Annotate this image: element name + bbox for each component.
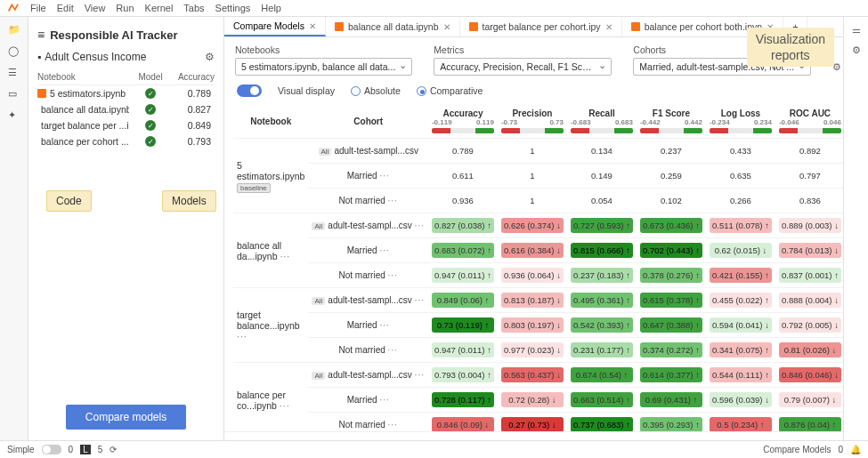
compare-models-button[interactable]: Compare models (66, 405, 186, 430)
notebooks-dropdown[interactable]: 5 estimators.ipynb, balance all data... (235, 58, 412, 76)
close-icon[interactable]: ✕ (605, 22, 612, 32)
bell-icon[interactable]: 🔔 (850, 445, 861, 454)
folder-icon[interactable]: 📁 (8, 24, 20, 36)
metric-cell: 0.5 (0.234) ↑ (706, 413, 775, 432)
tab[interactable]: Compare Models✕ (224, 17, 326, 36)
menu-settings[interactable]: Settings (215, 3, 251, 13)
panel-title: ≡ Responsible AI Tracker (37, 28, 215, 42)
notebook-row[interactable]: 5 estimators.ipynb ✓ 0.789 (37, 85, 215, 101)
close-icon[interactable]: ✕ (309, 21, 316, 31)
more-icon[interactable]: ··· (415, 221, 425, 230)
gear-icon[interactable]: ⚙ (852, 44, 861, 56)
activity-bar: 📁 ◯ ☰ ▭ ✦ (0, 17, 28, 440)
metric-cell: 0.977 (0.023) ↓ (498, 338, 567, 363)
th-metric[interactable]: ROC AUC-0.0460.046 (775, 104, 843, 139)
menu-run[interactable]: Run (116, 3, 134, 13)
metric-cell: 0.889 (0.003) ↓ (775, 213, 843, 238)
more-icon[interactable]: ··· (280, 251, 290, 261)
notebook-row[interactable]: balance all data.ipynb ✓ 0.827 (37, 101, 215, 117)
th-metric[interactable]: Recall-0.6830.683 (567, 104, 637, 139)
th-notebook: Notebook (233, 104, 308, 139)
th-cohort: Cohort (308, 104, 428, 139)
metric-cell: 1 (498, 164, 567, 189)
more-icon[interactable]: ··· (388, 270, 398, 280)
status-sync-icon[interactable]: ⟳ (110, 445, 117, 454)
extensions-icon[interactable]: ✦ (8, 109, 20, 122)
mode-row: Visual display Absolute Comparative (224, 83, 843, 104)
th-metric[interactable]: Precision-0.730.73 (498, 104, 567, 139)
more-icon[interactable]: ··· (388, 196, 398, 205)
project-gear-icon[interactable]: ⚙ (205, 51, 215, 63)
circle-icon[interactable]: ◯ (8, 45, 20, 58)
menu-help[interactable]: Help (261, 3, 281, 13)
metric-cell: 0.495 (0.361) ↑ (567, 288, 637, 313)
tab-label: balance per cohort both.ipyn (645, 21, 763, 32)
th-metric[interactable]: Log Loss-0.2340.234 (706, 104, 775, 139)
table-row: target balance...ipynb ···Alladult-test-… (233, 288, 843, 313)
notebook-row[interactable]: balance per cohort ...ipynb ✓ 0.793 (37, 133, 215, 149)
th-metric[interactable]: F1 Score-0.4420.442 (637, 104, 706, 139)
horizontal-scrollbar[interactable] (224, 431, 843, 440)
tab[interactable]: target balance per cohort.ipy✕ (460, 17, 622, 36)
metric-cell: 0.888 (0.004) ↓ (775, 288, 843, 313)
tab[interactable]: balance all data.ipynb✕ (326, 17, 460, 36)
model-check-icon: ✓ (145, 120, 156, 131)
more-icon[interactable]: ··· (379, 245, 389, 255)
more-icon[interactable]: ··· (237, 331, 247, 341)
metric-cell: 0.892 (775, 139, 843, 164)
more-icon[interactable]: ··· (280, 400, 290, 411)
cohort-cell: Alladult-test-sampl...csv ··· (308, 288, 428, 313)
sliders-icon[interactable]: ⚌ (852, 24, 861, 36)
menu-tabs[interactable]: Tabs (183, 3, 204, 13)
menu-view[interactable]: View (85, 3, 106, 13)
model-check-icon: ✓ (145, 88, 156, 99)
notebook-accuracy: 0.827 (172, 104, 215, 115)
metric-cell: 0.827 (0.038) ↑ (428, 213, 498, 238)
menu-file[interactable]: File (30, 3, 46, 13)
notebook-row[interactable]: target balance per ...ipynb ✓ 0.849 (37, 117, 215, 133)
folder-small-icon: ▪ (37, 51, 41, 63)
cohort-cell: Not married ··· (308, 189, 428, 213)
comparative-radio[interactable] (417, 86, 426, 96)
project-name[interactable]: ▪ Adult Census Income (37, 51, 146, 63)
metric-cell: 0.846 (0.09) ↓ (428, 413, 498, 432)
metric-cell: 0.341 (0.075) ↑ (706, 338, 775, 363)
more-icon[interactable]: ··· (415, 370, 425, 380)
more-icon[interactable]: ··· (379, 320, 389, 330)
metric-cell: 0.846 (0.046) ↓ (775, 363, 843, 388)
list-icon[interactable]: ☰ (8, 67, 20, 79)
metric-cell: 0.27 (0.73) ↓ (498, 413, 567, 432)
menu-kernel[interactable]: Kernel (145, 3, 174, 13)
absolute-label: Absolute (364, 85, 401, 96)
status-right-label: Compare Models (763, 445, 831, 454)
th-metric[interactable]: Accuracy-0.1190.119 (428, 104, 498, 139)
more-icon[interactable]: ··· (388, 420, 398, 430)
notebook-icon (37, 89, 46, 98)
metric-cell: 0.836 (775, 189, 843, 213)
more-icon[interactable]: ··· (379, 395, 389, 405)
metric-cell: 0.737 (0.683) ↑ (567, 413, 637, 432)
cohort-cell: Alladult-test-sampl...csv ··· (308, 213, 428, 238)
more-icon[interactable]: ··· (379, 171, 389, 181)
metric-cell: 0.793 (0.004) ↑ (428, 363, 498, 388)
more-icon[interactable]: ··· (388, 345, 398, 355)
visual-display-toggle[interactable] (237, 84, 262, 97)
absolute-radio[interactable] (351, 86, 361, 96)
metric-cell: 0.149 (567, 164, 637, 189)
simple-toggle[interactable] (42, 445, 61, 454)
menu-edit[interactable]: Edit (57, 3, 74, 13)
metric-cell: 0.102 (637, 189, 706, 213)
table-row: Married ···0.61110.1490.2590.6350.797 (233, 164, 843, 189)
more-icon[interactable]: ··· (415, 295, 425, 305)
table-row: balance all da...ipynb ···Alladult-test-… (233, 213, 843, 238)
metric-cell: 0.395 (0.293) ↑ (637, 413, 706, 432)
cohort-cell: Not married ··· (308, 263, 428, 288)
metric-cell: 0.663 (0.514) ↑ (567, 388, 637, 413)
paper-icon[interactable]: ▭ (8, 88, 20, 100)
metric-cell: 0.594 (0.041) ↓ (706, 313, 775, 338)
close-icon[interactable]: ✕ (443, 22, 450, 32)
metric-cell: 0.837 (0.001) ↑ (775, 263, 843, 288)
metrics-dropdown[interactable]: Accuracy, Precision, Recall, F1 Score... (434, 58, 612, 76)
hamburger-icon[interactable]: ≡ (37, 28, 45, 42)
metric-cell: 0.231 (0.177) ↑ (567, 338, 637, 363)
